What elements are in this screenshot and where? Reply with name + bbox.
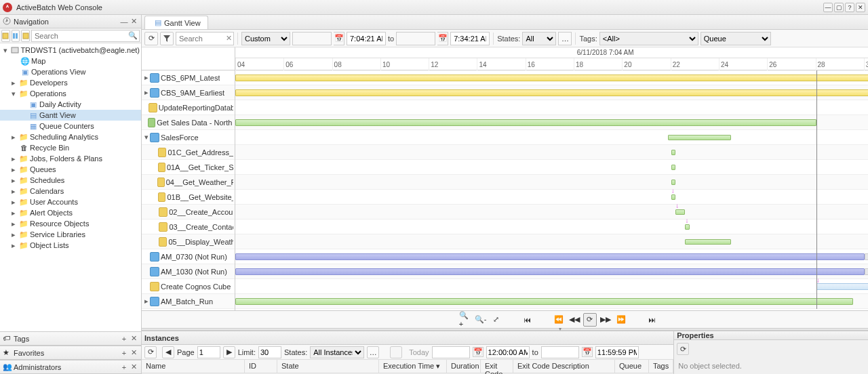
clear-icon[interactable]: ✕: [226, 34, 232, 43]
gantt-bar[interactable]: [675, 209, 685, 215]
calendar-icon[interactable]: 📅: [473, 347, 484, 357]
tree-operations-view[interactable]: ▣Operations View: [0, 66, 141, 77]
expand-icon[interactable]: ▾: [1, 46, 9, 55]
gantt-bar[interactable]: [668, 135, 731, 140]
gantt-row-label[interactable]: 03__Create_Contact: [142, 220, 235, 234]
gantt-row-label[interactable]: Get Sales Data - North America: [142, 115, 235, 130]
expand-icon[interactable]: ▸: [9, 176, 18, 185]
panel-close-icon[interactable]: ✕: [129, 17, 138, 26]
expand-icon[interactable]: ▸: [9, 209, 18, 217]
gantt-row[interactable]: [235, 264, 868, 279]
expand-icon[interactable]: ▸: [9, 187, 18, 196]
gantt-bar[interactable]: [235, 75, 868, 81]
gantt-row[interactable]: [235, 160, 868, 175]
gantt-row[interactable]: ↓: [235, 220, 868, 234]
limit-input[interactable]: [258, 346, 281, 358]
gantt-row-label[interactable]: 05__Display_Weather: [142, 234, 235, 249]
tree-developers[interactable]: ▸📁Developers: [0, 77, 141, 88]
gantt-row-label[interactable]: UpdateReportingDatabase: [142, 100, 235, 115]
gantt-row-label[interactable]: ▾SalesForce: [142, 130, 235, 145]
help-button[interactable]: ?: [845, 3, 854, 12]
gantt-row-label[interactable]: 04__Get_Weather_Forecast: [142, 175, 235, 190]
gantt-row[interactable]: [235, 70, 868, 85]
refresh-button[interactable]: ⟳: [677, 343, 689, 355]
tree-alert-objects[interactable]: ▸📁Alert Objects: [0, 207, 141, 218]
page-prev-button[interactable]: ◀: [162, 346, 174, 358]
expand-icon[interactable]: ▸: [143, 73, 150, 82]
close-icon[interactable]: ✕: [129, 334, 138, 344]
zoom-out-button[interactable]: 🔍-: [474, 313, 488, 327]
gantt-row[interactable]: [235, 100, 868, 115]
gantt-bar[interactable]: [671, 165, 676, 170]
nav-tool-3[interactable]: [21, 30, 30, 42]
filter-button[interactable]: [160, 32, 174, 45]
calendar-icon[interactable]: 📅: [437, 32, 448, 45]
close-icon[interactable]: ✕: [129, 348, 138, 358]
tree-user-accounts[interactable]: ▸📁User Accounts: [0, 196, 141, 207]
minimize-button[interactable]: —: [823, 3, 833, 12]
gantt-bar[interactable]: [671, 150, 676, 155]
gantt-row[interactable]: [235, 115, 868, 130]
gantt-row[interactable]: ↓: [235, 279, 868, 294]
col-id[interactable]: ID: [245, 360, 277, 373]
gantt-row[interactable]: [235, 85, 868, 100]
calendar-icon[interactable]: 📅: [582, 347, 593, 357]
gantt-row-label[interactable]: 02__Create_Account: [142, 205, 235, 220]
gantt-row-label[interactable]: ▸CBS_9AM_Earliest: [142, 85, 235, 100]
skip-end-button[interactable]: ⏭: [646, 313, 659, 327]
gantt-row-label[interactable]: ▸AM_Batch_Run: [142, 294, 235, 309]
gantt-row[interactable]: [235, 249, 868, 264]
col-tags[interactable]: Tags: [649, 360, 673, 373]
horizontal-splitter[interactable]: [142, 328, 868, 331]
nav-tool-2[interactable]: [12, 30, 20, 42]
tree-scheduling-analytics[interactable]: ▸📁Scheduling Analytics: [0, 131, 141, 142]
skip-start-button[interactable]: ⏮: [521, 313, 534, 327]
expand-icon[interactable]: ▾: [9, 89, 18, 98]
play-button[interactable]: ⟳: [583, 313, 597, 327]
states-more-button[interactable]: …: [367, 346, 379, 358]
gantt-row[interactable]: [235, 145, 868, 160]
expand-icon[interactable]: ▸: [9, 79, 18, 87]
gantt-row[interactable]: ↓: [235, 190, 868, 205]
gantt-bar[interactable]: [816, 283, 868, 290]
col-state[interactable]: State: [277, 360, 379, 373]
tree-schedules[interactable]: ▸📁Schedules: [0, 175, 141, 186]
expand-icon[interactable]: ▸: [9, 241, 18, 250]
gantt-bar[interactable]: [235, 253, 865, 260]
gantt-row[interactable]: [235, 234, 868, 249]
gantt-bar[interactable]: [671, 180, 676, 185]
nav-search-input[interactable]: [31, 30, 140, 42]
expand-icon[interactable]: ▸: [9, 165, 18, 174]
states-more-button[interactable]: …: [558, 32, 572, 45]
col-execution-time[interactable]: Execution Time ▾: [379, 360, 447, 373]
rewind-fast-button[interactable]: ⏪: [552, 313, 566, 327]
tree-service-libraries[interactable]: ▸📁Service Libraries: [0, 229, 141, 240]
rewind-button[interactable]: ◀◀: [568, 313, 581, 327]
from-time-input[interactable]: [347, 32, 386, 45]
gantt-bar[interactable]: [671, 194, 676, 200]
tree-queue-counters[interactable]: ▦Queue Counters: [0, 121, 141, 131]
gantt-bar[interactable]: [685, 239, 731, 245]
expand-icon[interactable]: ▸: [9, 198, 18, 207]
gantt-bar[interactable]: [235, 268, 865, 275]
gantt-row[interactable]: [235, 294, 868, 309]
close-icon[interactable]: ✕: [129, 362, 138, 372]
gantt-row-label[interactable]: AM_0730 (Not Run): [142, 249, 235, 264]
tree-queues[interactable]: ▸📁Queues: [0, 164, 141, 175]
instances-column-headers[interactable]: Name ID State Execution Time ▾ Duration …: [142, 360, 673, 373]
tree-map[interactable]: 🌐Map: [0, 56, 141, 66]
page-next-button[interactable]: ▶: [223, 346, 235, 358]
favorites-panel-header[interactable]: ★ Favorites + ✕: [0, 346, 141, 360]
tree-gantt-view[interactable]: ▤Gantt View: [0, 110, 141, 121]
expand-icon[interactable]: ▸: [9, 220, 18, 228]
gantt-row[interactable]: ↓: [235, 205, 868, 220]
expand-icon[interactable]: ▸: [9, 154, 18, 163]
close-button[interactable]: ✕: [856, 3, 865, 12]
gantt-row-label[interactable]: Create Cognos Cube: [142, 279, 235, 294]
tree-root[interactable]: ▾ TRDWST1 (activebatch@eagle.net): [0, 45, 141, 56]
from-time-input[interactable]: [486, 346, 530, 358]
expand-icon[interactable]: ▾: [143, 133, 150, 142]
to-time-input[interactable]: [595, 346, 639, 358]
col-name[interactable]: Name: [142, 360, 245, 373]
gantt-bar[interactable]: [685, 224, 690, 230]
